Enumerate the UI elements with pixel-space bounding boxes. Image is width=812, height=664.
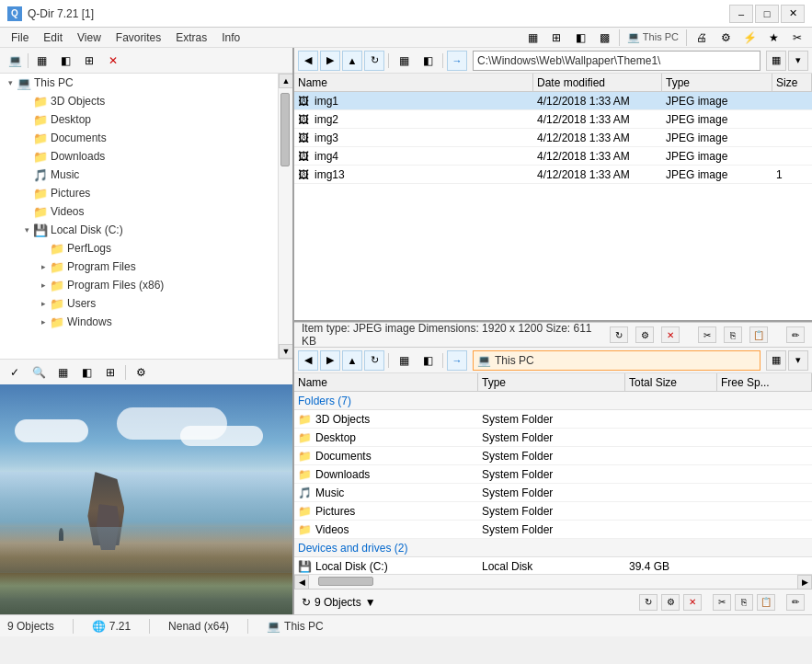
tree-expand-3dobjects[interactable]: ▸	[20, 95, 33, 108]
hscroll-track[interactable]	[309, 575, 797, 589]
tree-item-documents[interactable]: ▸ 📁 Documents	[0, 129, 278, 147]
tree-item-videos[interactable]: ▸ 📁 Videos	[0, 202, 278, 221]
address-bar-top[interactable]: C:\Windows\Web\Wallpaper\Theme1\	[473, 51, 761, 71]
bottom-bar-copy-btn[interactable]: ⎘	[735, 594, 753, 611]
object-count-dropdown[interactable]: ▼	[365, 596, 376, 609]
tree-scrollbar[interactable]: ▲ ▼	[278, 74, 292, 359]
address-bar-bottom[interactable]: 💻 This PC	[473, 350, 761, 371]
bcol-header-total[interactable]: Total Size	[625, 373, 717, 391]
toolbar-btn-9[interactable]: ✂	[786, 28, 808, 48]
tree-toolbar-btn-4[interactable]: ⊞	[78, 51, 100, 71]
tree-expand-thispc[interactable]: ▾	[4, 76, 17, 89]
bottom-bar-refresh-btn[interactable]: ↻	[639, 594, 658, 611]
info-settings-btn[interactable]: ⚙	[635, 326, 654, 343]
refresh-button[interactable]: ↻	[364, 51, 384, 71]
bottom-view-mode-btn-2[interactable]: ▾	[788, 350, 808, 371]
tree-item-3dobjects[interactable]: ▸ 📁 3D Objects	[0, 92, 278, 110]
info-cut-btn[interactable]: ✂	[698, 326, 716, 343]
bottom-view-mode-btn-1[interactable]: ▦	[766, 350, 786, 371]
table-row[interactable]: 🖼 img3 4/12/2018 1:33 AM JPEG image	[294, 129, 812, 147]
tree-item-pictures[interactable]: ▸ 📁 Pictures	[0, 184, 278, 202]
tree-bottom-btn-settings[interactable]: ⚙	[130, 362, 152, 383]
up-button[interactable]: ▲	[342, 51, 362, 71]
info-paste-btn[interactable]: 📋	[749, 326, 768, 343]
list-item[interactable]: 📁 Desktop System Folder	[294, 429, 812, 447]
list-item[interactable]: 📁 3D Objects System Folder	[294, 410, 812, 429]
tree-bottom-btn-3[interactable]: ▦	[51, 362, 74, 383]
tree-bottom-btn-4[interactable]: ◧	[75, 362, 97, 383]
list-item[interactable]: 🎵 Music System Folder	[294, 484, 812, 502]
tree-bottom-btn-search[interactable]: 🔍	[28, 362, 50, 383]
bottom-views-btn-1[interactable]: ▦	[393, 350, 415, 371]
bottom-bar-settings-btn[interactable]: ⚙	[661, 594, 680, 611]
table-row[interactable]: 🖼 img1 4/12/2018 1:33 AM JPEG image	[294, 92, 812, 110]
toolbar-btn-5[interactable]: 🖨	[691, 28, 713, 48]
menu-info[interactable]: Info	[214, 29, 247, 46]
views-btn-1[interactable]: ▦	[393, 51, 415, 71]
toolbar-btn-1[interactable]: ▦	[521, 28, 543, 48]
table-row[interactable]: 🖼 img2 4/12/2018 1:33 AM JPEG image	[294, 110, 812, 129]
menu-file[interactable]: File	[4, 29, 36, 46]
tree-item-music[interactable]: ▸ 🎵 Music	[0, 166, 278, 184]
hscroll-thumb[interactable]	[318, 577, 373, 586]
tree-expand-users[interactable]: ▸	[37, 297, 50, 310]
bottom-bar-paste-btn[interactable]: 📋	[757, 594, 775, 611]
tree-item-desktop[interactable]: ▸ 📁 Desktop	[0, 110, 278, 129]
tree-toolbar-btn-1[interactable]: 💻	[4, 51, 26, 71]
section-header-devices[interactable]: Devices and drives (2)	[294, 539, 812, 557]
tree-item-windows[interactable]: ▸ 📁 Windows	[0, 313, 278, 331]
back-button[interactable]: ◀	[298, 51, 318, 71]
section-header-folders[interactable]: Folders (7)	[294, 392, 812, 410]
toolbar-btn-6[interactable]: ⚙	[715, 28, 737, 48]
menu-edit[interactable]: Edit	[36, 29, 70, 46]
list-item[interactable]: 📁 Pictures System Folder	[294, 502, 812, 521]
bcol-header-type[interactable]: Type	[478, 373, 625, 391]
col-header-size[interactable]: Size	[772, 74, 812, 91]
tree-item-localdisk[interactable]: ▾ 💾 Local Disk (C:)	[0, 221, 278, 239]
list-item[interactable]: 📁 Downloads System Folder	[294, 465, 812, 484]
tree-bottom-btn-5[interactable]: ⊞	[99, 362, 121, 383]
col-header-type[interactable]: Type	[662, 74, 772, 91]
tree-expand-programfiles[interactable]: ▸	[37, 260, 50, 273]
info-copy-btn[interactable]: ⎘	[724, 326, 742, 343]
list-item[interactable]: 📁 Documents System Folder	[294, 447, 812, 465]
tree-expand-downloads[interactable]: ▸	[20, 150, 33, 163]
list-item[interactable]: 📁 Videos System Folder	[294, 521, 812, 539]
info-refresh-btn[interactable]: ↻	[610, 326, 628, 343]
table-row[interactable]: 🖼 img4 4/12/2018 1:33 AM JPEG image	[294, 147, 812, 166]
col-header-name[interactable]: Name	[294, 74, 533, 91]
tree-expand-videos[interactable]: ▸	[20, 205, 33, 218]
info-delete-btn[interactable]: ✕	[661, 326, 680, 343]
menu-view[interactable]: View	[70, 29, 109, 46]
go-button[interactable]: →	[447, 51, 467, 71]
close-button[interactable]: ✕	[781, 5, 805, 23]
minimize-button[interactable]: –	[729, 5, 753, 23]
hscroll-right[interactable]: ▶	[797, 575, 812, 590]
tree-item-thispc[interactable]: ▾ 💻 This PC	[0, 74, 278, 92]
tree-item-programfilesx86[interactable]: ▸ 📁 Program Files (x86)	[0, 276, 278, 294]
bottom-bar-cut-btn[interactable]: ✂	[713, 594, 731, 611]
bottom-go-button[interactable]: →	[447, 350, 467, 371]
scroll-thumb[interactable]	[280, 93, 290, 166]
bottom-bar-edit-btn[interactable]: ✏	[786, 594, 805, 611]
tree-item-perflogs[interactable]: ▸ 📁 PerfLogs	[0, 239, 278, 258]
bottom-back-button[interactable]: ◀	[298, 350, 318, 371]
tree-expand-perflogs[interactable]: ▸	[37, 242, 50, 255]
scroll-track[interactable]	[279, 88, 292, 344]
tree-expand-windows[interactable]: ▸	[37, 315, 50, 328]
view-mode-btn-2[interactable]: ▾	[788, 51, 808, 71]
toolbar-btn-4[interactable]: ▩	[593, 28, 615, 48]
toolbar-btn-8[interactable]: ★	[762, 28, 784, 48]
toolbar-btn-3[interactable]: ◧	[569, 28, 591, 48]
tree-view[interactable]: ▾ 💻 This PC ▸ 📁 3D Objects ▸ 📁 Desktop	[0, 74, 278, 359]
scroll-down-arrow[interactable]: ▼	[279, 344, 292, 359]
bottom-refresh-button[interactable]: ↻	[364, 350, 384, 371]
tree-expand-documents[interactable]: ▸	[20, 132, 33, 144]
table-row[interactable]: 🖼 img13 4/12/2018 1:33 AM JPEG image 1	[294, 166, 812, 184]
bottom-forward-button[interactable]: ▶	[320, 350, 340, 371]
view-mode-btn-1[interactable]: ▦	[766, 51, 786, 71]
bottom-up-button[interactable]: ▲	[342, 350, 362, 371]
forward-button[interactable]: ▶	[320, 51, 340, 71]
tree-toolbar-btn-2[interactable]: ▦	[30, 51, 52, 71]
bcol-header-free[interactable]: Free Sp...	[717, 373, 812, 391]
